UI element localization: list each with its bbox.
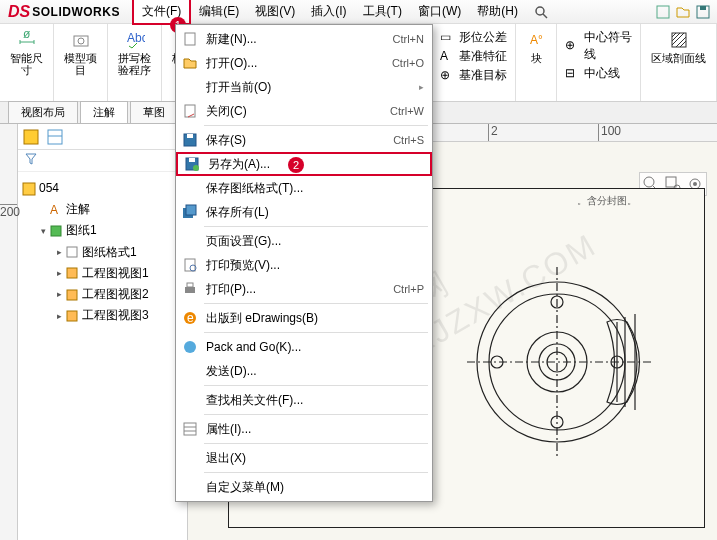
ribbon-smart-dimension[interactable]: ø 智能尺 寸 bbox=[6, 28, 47, 78]
menu-item-open[interactable]: 打开(O)...Ctrl+O bbox=[176, 51, 432, 75]
qat-new-icon[interactable] bbox=[655, 4, 671, 20]
menu-item-customize[interactable]: 自定义菜单(M) bbox=[176, 475, 432, 499]
svg-text:A°: A° bbox=[530, 33, 543, 47]
menu-item-send[interactable]: 发送(D)... bbox=[176, 359, 432, 383]
tree-annotations[interactable]: A注解 bbox=[38, 199, 183, 220]
print-preview-icon bbox=[180, 255, 200, 275]
app-logo: DS SOLIDWORKS bbox=[4, 3, 124, 21]
ribbon-datum-target[interactable]: ⊕基准目标 bbox=[438, 66, 509, 85]
drawing-doc-icon bbox=[22, 182, 36, 196]
menu-item-close[interactable]: 关闭(C)Ctrl+W bbox=[176, 99, 432, 123]
datum-target-icon: ⊕ bbox=[440, 68, 456, 84]
menu-item-new[interactable]: 新建(N)...Ctrl+N bbox=[176, 27, 432, 51]
menu-separator bbox=[204, 303, 428, 304]
svg-rect-42 bbox=[185, 105, 195, 117]
ribbon-block[interactable]: A° 块 bbox=[522, 28, 550, 66]
svg-point-0 bbox=[536, 7, 544, 15]
ruler-tick: 2 bbox=[488, 124, 498, 141]
svg-rect-14 bbox=[23, 183, 35, 195]
tab-sketch[interactable]: 草图 bbox=[130, 101, 178, 123]
menu-item-exit[interactable]: 退出(X) bbox=[176, 446, 432, 470]
menu-item-find-references[interactable]: 查找相关文件(F)... bbox=[176, 388, 432, 412]
ribbon-geotol[interactable]: ▭形位公差 bbox=[438, 28, 509, 47]
menu-search-icon[interactable] bbox=[526, 2, 556, 22]
menu-item-save[interactable]: 保存(S)Ctrl+S bbox=[176, 128, 432, 152]
svg-rect-49 bbox=[186, 205, 196, 215]
spell-check-icon: Abc bbox=[125, 30, 145, 50]
vertical-ruler: 200 bbox=[0, 124, 18, 540]
svg-rect-12 bbox=[48, 130, 62, 144]
menu-window[interactable]: 窗口(W) bbox=[410, 0, 469, 23]
menu-help[interactable]: 帮助(H) bbox=[469, 0, 526, 23]
menu-edit[interactable]: 编辑(E) bbox=[191, 0, 247, 23]
menu-item-publish-edrawings[interactable]: e出版到 eDrawings(B) bbox=[176, 306, 432, 330]
menu-separator bbox=[204, 443, 428, 444]
svg-rect-2 bbox=[657, 6, 669, 18]
qat-open-icon[interactable] bbox=[675, 4, 691, 20]
tab-view-layout[interactable]: 视图布局 bbox=[8, 101, 78, 123]
property-manager-tab-icon[interactable] bbox=[46, 128, 64, 146]
annotations-icon: A bbox=[49, 203, 63, 217]
menu-separator bbox=[204, 414, 428, 415]
svg-rect-57 bbox=[184, 423, 196, 435]
svg-line-1 bbox=[543, 14, 547, 18]
svg-rect-11 bbox=[24, 130, 38, 144]
drawing-view-icon bbox=[65, 288, 79, 302]
ribbon-model-items[interactable]: 模型项 目 bbox=[60, 28, 101, 78]
menu-item-print-preview[interactable]: 打印预览(V)... bbox=[176, 253, 432, 277]
menu-insert[interactable]: 插入(I) bbox=[303, 0, 354, 23]
qat-save-icon[interactable] bbox=[695, 4, 711, 20]
ruler-tick: 100 bbox=[598, 124, 621, 141]
tree-sheet-format[interactable]: ▸图纸格式1 bbox=[54, 242, 183, 263]
menu-item-save-as[interactable]: 另存为(A)...2 bbox=[176, 152, 432, 176]
menu-view[interactable]: 视图(V) bbox=[247, 0, 303, 23]
drawing-view-icon bbox=[65, 309, 79, 323]
tree-root[interactable]: 054 bbox=[22, 178, 183, 199]
feature-tree-tab-icon[interactable] bbox=[22, 128, 40, 146]
menu-item-properties[interactable]: 属性(I)... bbox=[176, 417, 432, 441]
tree-view2[interactable]: ▸工程图视图2 bbox=[54, 284, 183, 305]
center-mark-icon: ⊕ bbox=[565, 38, 581, 54]
svg-point-56 bbox=[184, 341, 196, 353]
drawing-view-icon bbox=[65, 266, 79, 280]
menu-item-pack-and-go[interactable]: Pack and Go(K)... bbox=[176, 335, 432, 359]
svg-rect-52 bbox=[185, 287, 195, 293]
svg-rect-53 bbox=[187, 283, 193, 287]
sheet-format-icon bbox=[65, 245, 79, 259]
ribbon-datum[interactable]: A基准特征 bbox=[438, 47, 509, 66]
sheet-icon bbox=[49, 224, 63, 238]
menu-item-page-setup[interactable]: 页面设置(G)... bbox=[176, 229, 432, 253]
svg-text:A: A bbox=[50, 203, 58, 217]
menu-item-save-sheet-format[interactable]: 保存图纸格式(T)... bbox=[176, 176, 432, 200]
menu-tools[interactable]: 工具(T) bbox=[355, 0, 410, 23]
geotol-icon: ▭ bbox=[440, 30, 456, 46]
menu-separator bbox=[204, 472, 428, 473]
menu-item-save-all[interactable]: 保存所有(L) bbox=[176, 200, 432, 224]
logo-mark-icon: DS bbox=[8, 3, 30, 21]
ribbon-area-hatch[interactable]: 区域剖面线 bbox=[647, 28, 710, 66]
sheet-title-text: 。含分封图。 bbox=[577, 194, 637, 208]
close-doc-icon bbox=[180, 101, 200, 121]
save-icon bbox=[180, 130, 200, 150]
feature-manager-panel: 054 A注解 ▾图纸1 ▸图纸格式1 ▸工程图视图1 ▸工程图视图2 ▸工程图… bbox=[18, 124, 188, 540]
ruler-tick: 200 bbox=[0, 204, 17, 219]
ribbon-center-mark[interactable]: ⊕中心符号 线 bbox=[563, 28, 634, 64]
tree-view1[interactable]: ▸工程图视图1 bbox=[54, 263, 183, 284]
svg-rect-20 bbox=[67, 311, 77, 321]
tree-view3[interactable]: ▸工程图视图3 bbox=[54, 305, 183, 326]
menu-separator bbox=[204, 385, 428, 386]
menu-item-print[interactable]: 打印(P)...Ctrl+P bbox=[176, 277, 432, 301]
svg-text:ø: ø bbox=[23, 30, 31, 41]
ribbon-centerline[interactable]: ⊟中心线 bbox=[563, 64, 622, 83]
file-menu-dropdown: 新建(N)...Ctrl+N 打开(O)...Ctrl+O 打开当前(O)▸ 关… bbox=[175, 24, 433, 502]
ribbon-spell-check[interactable]: Abc 拼写检 验程序 bbox=[114, 28, 155, 78]
new-doc-icon bbox=[180, 29, 200, 49]
svg-rect-17 bbox=[67, 247, 77, 257]
filter-icon[interactable] bbox=[24, 152, 181, 166]
tree-sheet[interactable]: ▾图纸1 bbox=[38, 220, 183, 241]
tab-annotate[interactable]: 注解 bbox=[80, 101, 128, 123]
svg-rect-44 bbox=[187, 134, 193, 138]
menu-item-open-current[interactable]: 打开当前(O)▸ bbox=[176, 75, 432, 99]
menu-separator bbox=[204, 332, 428, 333]
svg-rect-18 bbox=[67, 268, 77, 278]
